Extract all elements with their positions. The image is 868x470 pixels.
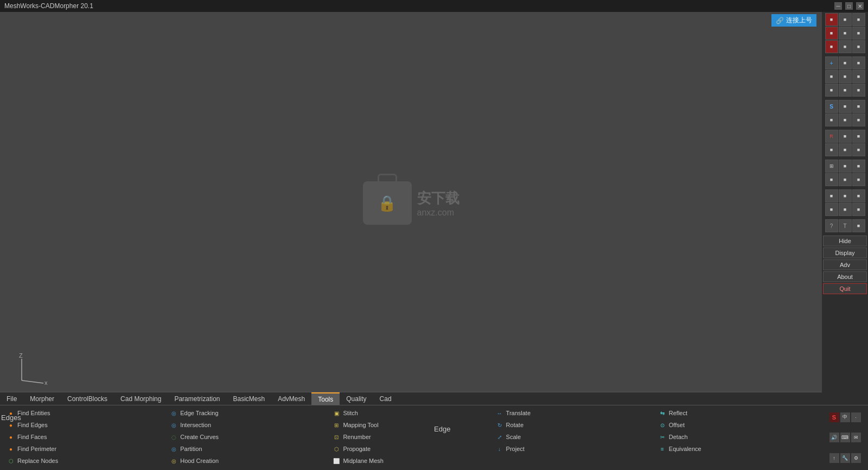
sidebar-icon-r11c3[interactable]: ■ bbox=[852, 160, 865, 173]
sidebar-icon-r11c1[interactable]: ⊞ bbox=[825, 160, 838, 173]
tray-icon-wrench[interactable]: 🔧 bbox=[840, 453, 850, 463]
menu-basicmesh[interactable]: BasicMesh bbox=[226, 392, 271, 405]
sidebar-icon-r7c2[interactable]: ■ bbox=[839, 100, 852, 113]
minimize-button[interactable]: ─ bbox=[834, 2, 842, 10]
sidebar-icon-r10c2[interactable]: ■ bbox=[839, 143, 852, 156]
sidebar-icon-r3c3[interactable]: ■ bbox=[852, 40, 865, 53]
tool-align-nodes[interactable]: ~ Align Nodes bbox=[4, 467, 166, 470]
sidebar-icon-r11c2[interactable]: ■ bbox=[839, 160, 852, 173]
sidebar-icon-r12c2[interactable]: ■ bbox=[839, 173, 852, 186]
sidebar-icon-r2c1[interactable]: ■ bbox=[825, 27, 838, 40]
tool-propogate[interactable]: ⬡ Propogate bbox=[330, 443, 492, 454]
tray-icon-keyboard[interactable]: ⌨ bbox=[840, 433, 850, 442]
adv-button[interactable]: Adv bbox=[823, 259, 867, 270]
menu-cad-morphing[interactable]: Cad Morphing bbox=[114, 392, 168, 405]
sidebar-icon-r12c3[interactable]: ■ bbox=[852, 173, 865, 186]
sidebar-icon-question[interactable]: ? bbox=[825, 219, 838, 232]
tray-icon-s[interactable]: S bbox=[829, 412, 839, 422]
sidebar-icon-r13c3[interactable]: ■ bbox=[852, 189, 865, 202]
sidebar-icon-r9c2[interactable]: ■ bbox=[839, 130, 852, 143]
restore-button[interactable]: □ bbox=[845, 2, 853, 10]
sidebar-icon-r[interactable]: R bbox=[825, 130, 838, 143]
tray-icon-sound[interactable]: 🔊 bbox=[829, 433, 839, 442]
sidebar-icon-r1c1[interactable]: ■ bbox=[825, 13, 838, 26]
tray-icon-dot[interactable]: · bbox=[851, 412, 861, 422]
menu-advmesh[interactable]: AdvMesh bbox=[271, 392, 311, 405]
sidebar-icon-r1c2[interactable]: ■ bbox=[839, 13, 852, 26]
menu-cad[interactable]: Cad bbox=[373, 392, 398, 405]
sidebar-icon-r4c3[interactable]: ■ bbox=[852, 56, 865, 69]
sidebar-icon-r2c3[interactable]: ■ bbox=[852, 27, 865, 40]
tool-stitch[interactable]: ▣ Stitch bbox=[330, 408, 492, 418]
sidebar-icon-r8c1[interactable]: ■ bbox=[825, 113, 838, 126]
sidebar-icon-r6c2[interactable]: ■ bbox=[839, 84, 852, 97]
sidebar-icon-r6c3[interactable]: ■ bbox=[852, 84, 865, 97]
sidebar-icon-s[interactable]: S bbox=[825, 100, 838, 113]
sidebar-icon-r3c1[interactable]: ■ bbox=[825, 40, 838, 53]
menu-quality[interactable]: Quality bbox=[340, 392, 373, 405]
tool-find-faces[interactable]: ● Find Faces bbox=[4, 431, 166, 442]
sidebar-icon-t[interactable]: T bbox=[839, 219, 852, 232]
tool-renumber[interactable]: ⊡ Renumber bbox=[330, 431, 492, 442]
connect-button[interactable]: 🔗 连接上号 bbox=[771, 14, 816, 27]
menu-controlblocks[interactable]: ControlBlocks bbox=[61, 392, 114, 405]
tray-icon-mail[interactable]: ✉ bbox=[851, 433, 861, 442]
sidebar-icon-r9c3[interactable]: ■ bbox=[852, 130, 865, 143]
tray-icon-gear[interactable]: ⚙ bbox=[851, 453, 861, 463]
tool-find-edges[interactable]: ● Find Edges bbox=[4, 420, 166, 430]
tool-rotate[interactable]: ↻ Rotate bbox=[493, 420, 655, 430]
tool-reflect[interactable]: ⇆ Reflect bbox=[656, 408, 818, 418]
sidebar-icon-r10c3[interactable]: ■ bbox=[852, 143, 865, 156]
tool-find-perimeter[interactable]: ● Find Perimeter bbox=[4, 443, 166, 454]
sidebar-icon-plus[interactable]: + bbox=[825, 56, 838, 69]
menu-tools[interactable]: Tools bbox=[311, 392, 340, 405]
menu-morpher[interactable]: Morpher bbox=[23, 392, 61, 405]
menu-parametrization[interactable]: Parametrization bbox=[168, 392, 226, 405]
sidebar-icon-r14c2[interactable]: ■ bbox=[839, 203, 852, 216]
tool-partition[interactable]: ◎ Partition bbox=[167, 443, 329, 454]
watermark-url: anxz.com bbox=[417, 208, 459, 218]
tray-icon-zh[interactable]: 中 bbox=[840, 412, 850, 422]
sidebar-icon-r8c2[interactable]: ■ bbox=[839, 113, 852, 126]
about-button[interactable]: About bbox=[823, 271, 867, 282]
tool-detach[interactable]: ✂ Detach bbox=[656, 431, 818, 442]
tool-mapping-tool[interactable]: ⊞ Mapping Tool bbox=[330, 420, 492, 430]
tool-project[interactable]: ↓ Project bbox=[493, 443, 655, 454]
close-button[interactable]: ✕ bbox=[856, 2, 864, 10]
sidebar-icon-r8c3[interactable]: ■ bbox=[852, 113, 865, 126]
tool-create-curves[interactable]: ◌ Create Curves bbox=[167, 431, 329, 442]
menu-file[interactable]: File bbox=[0, 392, 23, 405]
sidebar-icon-r3c2[interactable]: ■ bbox=[839, 40, 852, 53]
tool-midplane-sretgt[interactable]: ⬡ Midplane-SreTgt bbox=[330, 467, 492, 470]
sidebar-icon-r15c3[interactable]: ■ bbox=[852, 219, 865, 232]
sidebar-icon-r7c3[interactable]: ■ bbox=[852, 100, 865, 113]
sidebar-icon-r1c3[interactable]: ■ bbox=[852, 13, 865, 26]
quit-button[interactable]: Quit bbox=[823, 283, 867, 294]
tool-scale[interactable]: ⤢ Scale bbox=[493, 431, 655, 442]
sidebar-icon-r10c1[interactable]: ■ bbox=[825, 143, 838, 156]
sidebar-icon-r13c2[interactable]: ■ bbox=[839, 189, 852, 202]
tray-icon-arrow[interactable]: ↑ bbox=[829, 453, 839, 463]
sidebar-icon-r13c1[interactable]: ■ bbox=[825, 189, 838, 202]
sidebar-icon-r2c2[interactable]: ■ bbox=[839, 27, 852, 40]
hide-button[interactable]: Hide bbox=[823, 236, 867, 246]
sidebar-icon-r6c1[interactable]: ■ bbox=[825, 84, 838, 97]
tool-find-entities[interactable]: ● Find Entities bbox=[4, 408, 166, 418]
tool-translate[interactable]: ↔ Translate bbox=[493, 408, 655, 418]
tool-equivalence[interactable]: ≡ Equivalence bbox=[656, 443, 818, 454]
tool-intersection[interactable]: ◎ Intersection bbox=[167, 420, 329, 430]
tool-midplane-mesh[interactable]: ⬜ Midplane Mesh bbox=[330, 455, 492, 466]
sidebar-icon-r5c3[interactable]: ■ bbox=[852, 70, 865, 83]
sidebar-icon-r5c2[interactable]: ■ bbox=[839, 70, 852, 83]
tool-replace-nodes[interactable]: ⬡ Replace Nodes bbox=[4, 455, 166, 466]
sidebar-icon-r5c1[interactable]: ■ bbox=[825, 70, 838, 83]
tool-offset[interactable]: ⊙ Offset bbox=[656, 420, 818, 430]
display-button[interactable]: Display bbox=[823, 247, 867, 258]
sidebar-icon-r14c3[interactable]: ■ bbox=[852, 203, 865, 216]
tool-hood-creation[interactable]: ◎ Hood Creation bbox=[167, 455, 329, 466]
sidebar-icon-r14c1[interactable]: ■ bbox=[825, 203, 838, 216]
tool-edge-tracking[interactable]: ◎ Edge Tracking bbox=[167, 408, 329, 418]
tool-extend-and-stitch[interactable]: ⟿ Extend And Stitch bbox=[167, 467, 329, 470]
sidebar-icon-r4c2[interactable]: ■ bbox=[839, 56, 852, 69]
sidebar-icon-r12c1[interactable]: ■ bbox=[825, 173, 838, 186]
